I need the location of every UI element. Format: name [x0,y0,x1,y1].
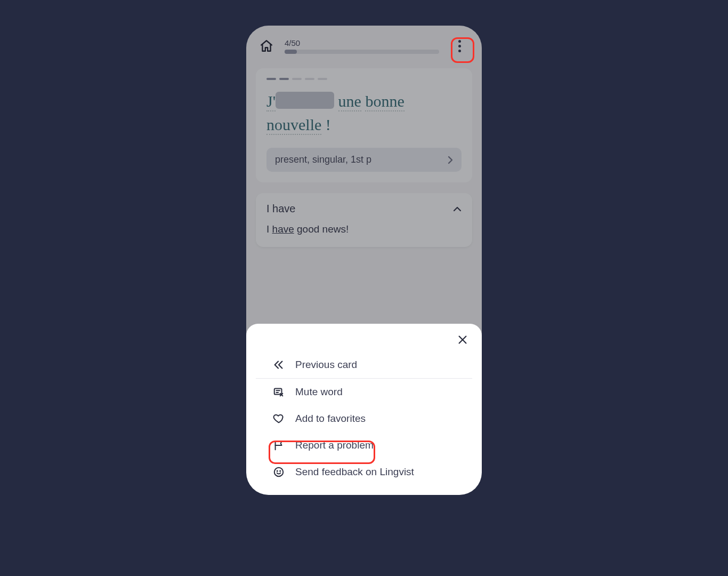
translation-underline: have [272,223,294,235]
menu-label: Send feedback on Lingvist [295,466,414,478]
menu-previous-card[interactable]: Previous card [246,351,482,378]
menu-add-favorites[interactable]: Add to favorites [246,405,482,432]
answer-blank[interactable] [276,92,334,109]
close-button[interactable] [454,331,471,348]
progress-track [285,50,439,54]
home-button[interactable] [258,37,275,54]
grammar-hint[interactable]: present, singular, 1st p [266,148,462,172]
svg-point-1 [274,468,284,477]
home-icon [260,39,273,53]
menu-list: Previous card Mute word Add to favorites [246,351,482,485]
menu-send-feedback[interactable]: Send feedback on Lingvist [246,459,482,485]
svg-point-3 [280,471,280,471]
previous-icon [272,359,286,371]
bottom-sheet: Previous card Mute word Add to favorites [246,324,482,495]
translation-body: I have good news! [266,223,462,235]
exercise-card: J' une bonne nouvelle ! present, singula… [256,68,472,182]
progress-label: 4/50 [285,38,439,47]
close-icon [457,334,468,346]
menu-label: Add to favorites [295,413,366,425]
grammar-hint-text: present, singular, 1st p [275,154,371,165]
progress-fill [285,50,297,54]
phone-frame: 4/50 J' une bonne nouvelle ! present, si… [246,26,482,495]
more-vertical-icon [458,40,461,52]
translation-prefix: I [266,223,272,235]
menu-label: Previous card [295,359,357,371]
svg-point-2 [277,471,278,471]
sentence-word: nouvelle [266,116,321,135]
chevron-right-icon [448,156,453,164]
sentence-prefix: J' [266,92,276,111]
word-progress-dots [266,78,462,80]
sentence-word: une [338,92,361,111]
sentence: J' une bonne nouvelle ! [266,90,462,136]
menu-report-problem[interactable]: Report a problem [246,432,482,459]
translation-header: I have [266,203,462,215]
translation-suffix: good news! [294,223,349,235]
menu-mute-word[interactable]: Mute word [246,379,482,405]
flag-icon [272,439,286,451]
sentence-punct: ! [326,116,331,133]
sentence-word: bonne [365,92,404,111]
chevron-up-icon [453,206,462,212]
mute-icon [272,386,286,398]
progress: 4/50 [285,38,439,54]
menu-label: Mute word [295,386,343,398]
feedback-icon [272,466,286,478]
translation-header-text: I have [266,203,295,215]
top-bar: 4/50 [246,26,482,62]
heart-icon [272,413,286,425]
menu-label: Report a problem [295,439,374,451]
translation-card[interactable]: I have I have good news! [256,193,472,247]
more-button[interactable] [449,35,470,57]
